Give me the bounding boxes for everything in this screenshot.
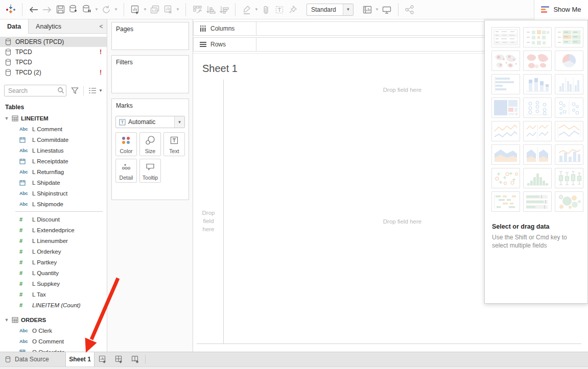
showme-scatter-plots-icon[interactable] (491, 168, 520, 188)
filter-fields-icon[interactable] (71, 87, 79, 94)
chevron-down-icon[interactable]: ▼ (4, 317, 9, 323)
swap-rows-and-columns-icon[interactable] (191, 3, 204, 16)
mark-type-dropdown[interactable]: Automatic ▼ (115, 116, 185, 128)
field-row[interactable]: AbcL Linestatus (0, 145, 107, 156)
run-auto-updates-icon[interactable] (100, 3, 113, 16)
showme-stacked-bars-icon[interactable] (523, 74, 552, 94)
chevron-down-icon[interactable]: ▼ (4, 116, 9, 121)
showme-discrete-lines-icon[interactable] (523, 121, 552, 141)
showme-highlight-table-icon[interactable] (523, 27, 552, 47)
pages-card[interactable]: Pages (111, 22, 189, 50)
collapse-pane-icon[interactable]: < (96, 19, 107, 33)
field-row[interactable]: #L Suppkey (0, 278, 107, 289)
showme-filled-map-icon[interactable] (523, 51, 552, 71)
mark-type-caret-icon[interactable]: ▼ (174, 116, 184, 128)
clear-sheet-icon[interactable] (161, 3, 175, 16)
showme-discrete-area-icon[interactable] (523, 144, 552, 165)
presentation-mode-icon[interactable] (380, 3, 393, 16)
new-worksheet-tab-button[interactable] (95, 352, 111, 366)
table-lineitem[interactable]: ▼ LINEITEM (0, 113, 107, 124)
share-workbook-icon[interactable] (403, 3, 416, 16)
run-auto-updates-caret-icon[interactable]: ▼ (113, 3, 119, 16)
sort-descending-icon[interactable] (217, 3, 230, 16)
show-hide-cards-icon[interactable] (361, 3, 374, 16)
showme-dual-lines-icon[interactable] (555, 121, 583, 141)
new-worksheet-icon[interactable] (129, 3, 142, 16)
showme-text-table-icon[interactable] (491, 27, 520, 47)
new-worksheet-caret-icon[interactable]: ▼ (142, 3, 148, 16)
field-row[interactable]: L Shipdate (0, 177, 107, 188)
show-mark-labels-icon[interactable] (273, 3, 286, 16)
showme-histogram-icon[interactable] (523, 168, 552, 188)
field-row[interactable]: O Orderdate (0, 347, 107, 352)
show-hide-cards-caret-icon[interactable]: ▼ (374, 3, 380, 16)
showme-side-by-side-circles-icon[interactable] (555, 97, 583, 118)
save-icon[interactable] (54, 3, 67, 16)
field-row[interactable]: AbcL Shipmode (0, 199, 107, 209)
tab-data-source[interactable]: Data Source (0, 352, 65, 366)
field-row[interactable]: AbcL Returnflag (0, 166, 107, 177)
field-row[interactable]: #L Quantity (0, 267, 107, 278)
tab-analytics[interactable]: Analytics (29, 19, 68, 33)
field-row[interactable]: #L Extendedprice (0, 225, 107, 235)
showme-continuous-lines-icon[interactable] (491, 121, 520, 141)
detail-button[interactable]: Detail (115, 159, 137, 183)
clear-sheet-caret-icon[interactable]: ▼ (175, 3, 181, 16)
color-button[interactable]: Color (115, 132, 137, 156)
filters-card[interactable]: Filters (111, 55, 189, 93)
field-row[interactable]: #L Linenumber (0, 235, 107, 246)
data-source-item[interactable]: TPCD (2) ! (0, 67, 107, 78)
data-source-item[interactable]: TPCD ! (0, 47, 107, 57)
showme-box-and-whisker-icon[interactable] (555, 168, 583, 188)
show-me-button[interactable]: Show Me (534, 0, 588, 19)
showme-side-by-side-bars-icon[interactable] (555, 74, 583, 94)
field-row[interactable]: #L Partkey (0, 257, 107, 267)
duplicate-sheet-icon[interactable] (148, 3, 161, 16)
redo-icon[interactable] (40, 3, 54, 16)
field-row[interactable]: AbcO Comment (0, 336, 107, 347)
fit-selector-caret-icon[interactable]: ▼ (343, 4, 353, 15)
sort-ascending-icon[interactable] (204, 3, 217, 16)
showme-treemap-icon[interactable] (491, 97, 520, 118)
undo-icon[interactable] (27, 3, 40, 16)
showme-pie-chart-icon[interactable] (555, 51, 583, 71)
showme-circle-views-icon[interactable] (523, 97, 552, 118)
pause-auto-updates-icon[interactable] (80, 3, 93, 16)
field-row[interactable]: #L Tax (0, 289, 107, 300)
showme-gantt-icon[interactable] (491, 191, 520, 212)
new-dashboard-tab-button[interactable] (111, 352, 127, 366)
data-source-item[interactable]: ORDERS (TPCD) (0, 37, 107, 47)
highlight-caret-icon[interactable]: ▼ (253, 3, 260, 16)
showme-heat-map-icon[interactable] (555, 27, 583, 47)
drop-zone-rows[interactable]: Drop field here (197, 209, 220, 233)
showme-dual-combination-icon[interactable] (555, 144, 583, 165)
showme-packed-bubbles-icon[interactable] (555, 191, 583, 212)
view-options-icon[interactable] (88, 87, 97, 94)
field-row[interactable]: #L Orderkey (0, 246, 107, 257)
field-row[interactable]: #L Discount (0, 214, 107, 225)
showme-continuous-area-icon[interactable] (491, 144, 520, 165)
view-options-caret-icon[interactable]: ▼ (99, 88, 103, 93)
tableau-logo-icon[interactable] (4, 3, 17, 16)
field-row[interactable]: AbcL Comment (0, 124, 107, 134)
new-data-source-icon[interactable] (67, 3, 80, 16)
field-row[interactable]: L Receiptdate (0, 156, 107, 166)
field-row[interactable]: L Commitdate (0, 134, 107, 145)
table-orders[interactable]: ▼ ORDERS (0, 314, 107, 325)
fit-selector[interactable]: Standard ▼ (307, 4, 354, 16)
tab-data[interactable]: Data (0, 19, 29, 34)
showme-horizontal-bars-icon[interactable] (491, 74, 520, 94)
showme-symbol-map-icon[interactable] (491, 51, 520, 71)
field-row[interactable]: #LINEITEM (Count) (0, 300, 107, 310)
showme-bullet-graphs-icon[interactable] (523, 191, 552, 212)
group-members-icon[interactable] (260, 3, 273, 16)
pause-auto-updates-caret-icon[interactable]: ▼ (93, 3, 100, 16)
tooltip-button[interactable]: Tooltip (139, 159, 161, 183)
size-button[interactable]: Size (139, 132, 161, 156)
field-row[interactable]: AbcL Shipinstruct (0, 188, 107, 199)
tab-sheet-1[interactable]: Sheet 1 (65, 352, 95, 366)
fix-axes-icon[interactable] (286, 3, 299, 16)
text-button[interactable]: Text (163, 132, 185, 156)
new-story-tab-button[interactable] (127, 352, 144, 366)
highlight-icon[interactable] (240, 3, 253, 16)
